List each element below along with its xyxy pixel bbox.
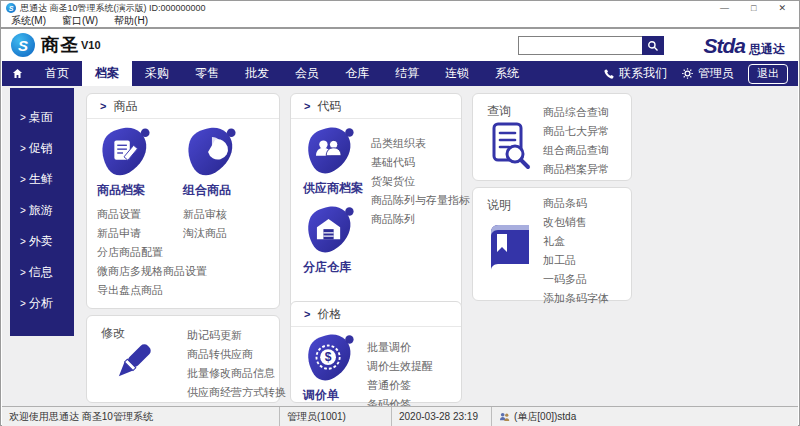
maximize-button[interactable]: □ bbox=[751, 3, 756, 13]
goods-archive-label: 商品档案 bbox=[97, 182, 183, 199]
card-goods-header: > 商品 bbox=[87, 94, 279, 119]
nav-tab-purchase[interactable]: 采购 bbox=[132, 61, 182, 86]
svg-text:$: $ bbox=[325, 350, 332, 364]
company-logo-cn: 思通达 bbox=[749, 41, 785, 58]
card-link[interactable]: 商品陈列与存量指标 bbox=[371, 191, 470, 210]
sidebar-item-promotion[interactable]: >促销 bbox=[10, 133, 74, 164]
card-link[interactable]: 调价生效提醒 bbox=[367, 357, 433, 376]
card-link[interactable]: 品类组织表 bbox=[371, 134, 470, 153]
card-link[interactable]: 商品设置 bbox=[97, 205, 183, 224]
sidebar-item-travel[interactable]: >旅游 bbox=[10, 195, 74, 226]
brand-logo-icon: S bbox=[11, 33, 35, 57]
combo-goods-entry[interactable]: 组合商品 bbox=[183, 126, 269, 199]
nav-tab-archives[interactable]: 档案 bbox=[82, 61, 132, 86]
modify-pencil-icon[interactable] bbox=[105, 334, 161, 390]
card-code-title: 代码 bbox=[317, 98, 341, 115]
price-adjust-label: 调价单 bbox=[303, 387, 355, 404]
card-link[interactable]: 供应商经营方式转换 bbox=[187, 383, 286, 402]
nav-tab-retail[interactable]: 零售 bbox=[182, 61, 232, 86]
nav-tab-home[interactable]: 首页 bbox=[32, 61, 82, 86]
nav-tab-member[interactable]: 会员 bbox=[282, 61, 332, 86]
card-link[interactable]: 新品审核 bbox=[183, 205, 269, 224]
title-bar: S 思通达 商圣10管理系统(演示版) ID:000000000 — □ ✕ bbox=[1, 1, 799, 15]
status-store: (单店[00])stda bbox=[492, 407, 798, 426]
menu-bar: 系统(M) 窗口(W) 帮助(H) bbox=[1, 15, 799, 29]
app-window: S 思通达 商圣10管理系统(演示版) ID:000000000 — □ ✕ 系… bbox=[0, 0, 800, 426]
card-link[interactable]: 新品申请 bbox=[97, 224, 183, 243]
card-link[interactable]: 普通价签 bbox=[367, 376, 433, 395]
menu-window[interactable]: 窗口(W) bbox=[62, 14, 98, 28]
sidebar-item-info[interactable]: >信息 bbox=[10, 257, 74, 288]
card-link[interactable]: 加工品 bbox=[543, 251, 609, 270]
card-code: > 代码 bbox=[290, 93, 462, 309]
card-desc-title: 说明 bbox=[487, 197, 511, 214]
branch-warehouse-entry[interactable]: 分店仓库 bbox=[303, 205, 363, 276]
minimize-button[interactable]: — bbox=[720, 3, 729, 13]
home-icon[interactable] bbox=[2, 61, 32, 86]
card-link[interactable]: 商品七大异常 bbox=[543, 122, 609, 141]
admin-menu[interactable]: 管理员 bbox=[681, 65, 734, 82]
menu-help[interactable]: 帮助(H) bbox=[114, 14, 148, 28]
goods-links-col2: 新品审核淘汰商品 bbox=[183, 205, 269, 243]
supplier-archive-entry[interactable]: 供应商档案 bbox=[303, 126, 363, 197]
nav-tab-wholesale[interactable]: 批发 bbox=[232, 61, 282, 86]
card-link[interactable]: 商品条码 bbox=[543, 194, 609, 213]
card-link[interactable]: 批量调价 bbox=[367, 338, 433, 357]
product-version: V10 bbox=[81, 39, 101, 51]
combo-goods-label: 组合商品 bbox=[183, 182, 269, 199]
desc-links: 商品条码改包销售礼盒加工品一码多品添加条码字体 bbox=[543, 194, 609, 308]
search-button[interactable] bbox=[642, 36, 664, 55]
close-button[interactable]: ✕ bbox=[778, 3, 786, 13]
sidebar-item-takeout[interactable]: >外卖 bbox=[10, 226, 74, 257]
supplier-archive-icon bbox=[303, 126, 363, 178]
goods-archive-icon bbox=[97, 126, 183, 180]
card-goods-title: 商品 bbox=[113, 98, 137, 115]
sidebar-item-desktop[interactable]: >桌面 bbox=[10, 102, 74, 133]
card-link[interactable]: 微商店多规格商品设置 bbox=[97, 262, 183, 281]
card-link[interactable]: 货架货位 bbox=[371, 172, 470, 191]
main-content: >桌面 >促销 >生鲜 >旅游 >外卖 >信息 >分析 > 商品 bbox=[2, 86, 798, 406]
contact-us-link[interactable]: 联系我们 bbox=[603, 65, 667, 82]
search-input[interactable] bbox=[518, 36, 642, 55]
card-link[interactable]: 淘汰商品 bbox=[183, 224, 269, 243]
nav-tab-system[interactable]: 系统 bbox=[482, 61, 532, 86]
company-logo: Stda 思通达 bbox=[703, 34, 785, 58]
card-link[interactable]: 商品转供应商 bbox=[187, 345, 286, 364]
query-links: 商品综合查询商品七大异常组合商品查询商品档案异常 bbox=[543, 103, 609, 179]
goods-archive-entry[interactable]: 商品档案 bbox=[97, 126, 183, 199]
product-name: 商圣 bbox=[41, 33, 79, 57]
nav-tab-warehouse[interactable]: 仓库 bbox=[332, 61, 382, 86]
card-modify: 修改 助记码更新商品转供应商批量修改商品信息供应商经营方式转换 bbox=[86, 315, 280, 403]
desc-book-icon[interactable] bbox=[485, 220, 535, 276]
sidebar-item-analysis[interactable]: >分析 bbox=[10, 288, 74, 319]
card-link[interactable]: 分店商品配置 bbox=[97, 243, 183, 262]
card-link[interactable]: 商品陈列 bbox=[371, 210, 470, 229]
card-link[interactable]: 改包销售 bbox=[543, 213, 609, 232]
combo-goods-icon bbox=[183, 126, 269, 180]
menu-system[interactable]: 系统(M) bbox=[11, 14, 46, 28]
sidebar-item-fresh[interactable]: >生鲜 bbox=[10, 164, 74, 195]
nav-tab-settlement[interactable]: 结算 bbox=[382, 61, 432, 86]
search-icon bbox=[647, 40, 659, 52]
card-link[interactable]: 导出盘点商品 bbox=[97, 281, 183, 300]
card-goods: > 商品 bbox=[86, 93, 280, 309]
status-datetime: 2020-03-28 23:19 bbox=[392, 407, 492, 426]
card-link[interactable]: 礼盒 bbox=[543, 232, 609, 251]
card-link[interactable]: 基础代码 bbox=[371, 153, 470, 172]
nav-tab-chain[interactable]: 连锁 bbox=[432, 61, 482, 86]
card-query: 查询 商品综合查询商品七大异常组合商品查询商品档案异常 bbox=[472, 93, 632, 181]
card-link[interactable]: 商品档案异常 bbox=[543, 160, 609, 179]
card-link[interactable]: 批量修改商品信息 bbox=[187, 364, 286, 383]
card-link[interactable]: 添加条码字体 bbox=[543, 289, 609, 308]
card-price: > 价格 $ 调价单 批量调价调价生效提 bbox=[290, 301, 462, 403]
logout-button[interactable]: 退出 bbox=[748, 64, 788, 84]
status-bar: 欢迎使用思通达 商圣10管理系统 管理员(1001) 2020-03-28 23… bbox=[2, 406, 798, 426]
price-adjust-icon: $ bbox=[303, 333, 355, 385]
card-link[interactable]: 一码多品 bbox=[543, 270, 609, 289]
card-code-header: > 代码 bbox=[291, 94, 461, 119]
query-doc-magnifier-icon[interactable] bbox=[485, 120, 533, 172]
card-link[interactable]: 组合商品查询 bbox=[543, 141, 609, 160]
goods-links-col1: 商品设置新品申请分店商品配置微商店多规格商品设置导出盘点商品 bbox=[97, 205, 183, 300]
card-link[interactable]: 商品综合查询 bbox=[543, 103, 609, 122]
card-link[interactable]: 助记码更新 bbox=[187, 326, 286, 345]
